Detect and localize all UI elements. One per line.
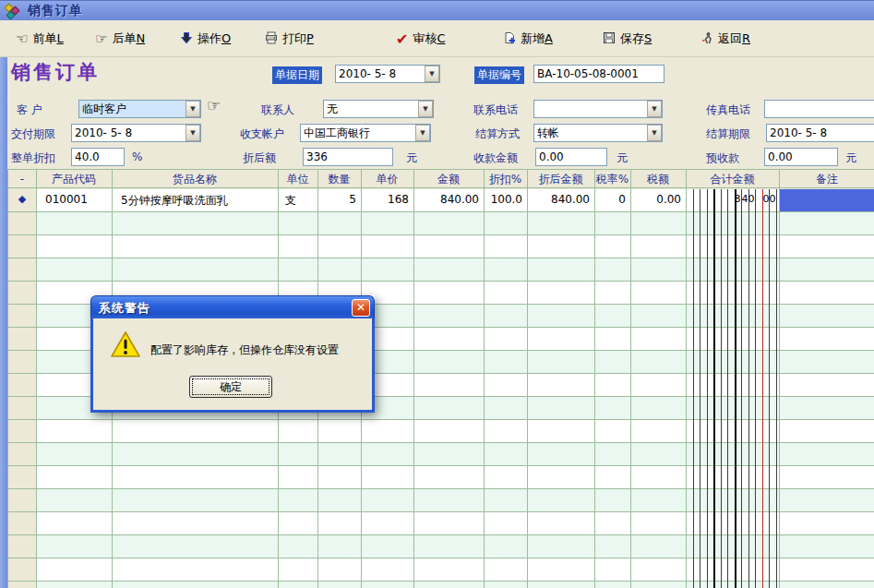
check-icon: ✔ bbox=[396, 30, 408, 48]
close-icon[interactable]: ✕ bbox=[352, 299, 370, 317]
system-warning-dialog: 系统警告 ✕ 配置了影响库存，但操作仓库没有设置 确定 bbox=[90, 295, 375, 413]
discounted-amount-input[interactable] bbox=[303, 148, 393, 166]
cell-qty[interactable]: 5 bbox=[317, 193, 356, 206]
window-left-border bbox=[0, 57, 7, 588]
discount-input[interactable] bbox=[71, 148, 125, 166]
down-arrow-icon bbox=[180, 31, 193, 47]
col-header-code: 产品代码 bbox=[36, 170, 112, 187]
chevron-down-icon[interactable]: ▼ bbox=[647, 101, 662, 117]
print-button[interactable]: 打印P bbox=[260, 27, 318, 51]
cell-code[interactable]: 010001 bbox=[45, 193, 88, 206]
settle-method-select[interactable]: 转帐 ▼ bbox=[533, 124, 663, 142]
hand-left-icon: ☜ bbox=[16, 32, 28, 45]
col-header-remark: 备注 bbox=[779, 170, 874, 187]
prepaid-label: 预收款 bbox=[706, 150, 739, 166]
discounted-amount-label: 折后额 bbox=[243, 150, 276, 166]
cell-tax[interactable]: 0.00 bbox=[630, 193, 681, 206]
grid-line bbox=[769, 189, 770, 588]
grid-marker-column bbox=[8, 189, 36, 588]
settle-date-input[interactable] bbox=[766, 124, 874, 142]
col-header-discount: 折扣% bbox=[484, 170, 527, 187]
cell-amount[interactable]: 840.00 bbox=[413, 193, 479, 206]
col-header-name: 货品名称 bbox=[112, 170, 278, 187]
grid-line bbox=[484, 170, 485, 588]
return-icon bbox=[700, 31, 713, 47]
ledger-digit: 0 bbox=[769, 193, 776, 205]
settle-method-label: 结算方式 bbox=[475, 126, 520, 142]
save-icon bbox=[603, 31, 616, 47]
chevron-down-icon[interactable]: ▼ bbox=[186, 101, 200, 117]
fax-label: 传真电话 bbox=[706, 102, 750, 118]
ok-button[interactable]: 确定 bbox=[189, 376, 272, 398]
settle-date-label: 结算期限 bbox=[706, 126, 750, 142]
dialog-title: 系统警告 bbox=[99, 300, 150, 317]
chevron-down-icon[interactable]: ▼ bbox=[425, 66, 439, 82]
new-button[interactable]: 新增A bbox=[498, 27, 557, 51]
prev-doc-button[interactable]: ☜ 前单L bbox=[11, 27, 68, 51]
delivery-date-select[interactable]: 2010- 5- 8 ▼ bbox=[71, 124, 201, 142]
grid-line bbox=[735, 189, 736, 588]
chevron-down-icon[interactable]: ▼ bbox=[418, 101, 433, 117]
prepaid-input[interactable] bbox=[764, 148, 838, 166]
hand-pointer-icon[interactable]: ☞ bbox=[207, 96, 221, 114]
grid-line bbox=[748, 189, 749, 588]
grid-line bbox=[700, 189, 700, 588]
grid-line bbox=[779, 170, 780, 588]
dialog-titlebar[interactable]: 系统警告 ✕ bbox=[90, 295, 375, 318]
doc-no-input[interactable] bbox=[533, 65, 664, 83]
cell-discount-pct[interactable]: 100.0 bbox=[484, 193, 522, 206]
received-input[interactable] bbox=[535, 148, 607, 166]
grid-line bbox=[713, 189, 715, 588]
grid-line bbox=[755, 189, 756, 588]
grid-line bbox=[686, 170, 687, 588]
grid-line bbox=[762, 189, 763, 588]
contact-phone-select[interactable]: ▼ bbox=[533, 100, 663, 118]
delivery-date-label: 交付期限 bbox=[11, 126, 55, 142]
new-doc-icon bbox=[503, 31, 516, 47]
col-header-taxrate: 税率% bbox=[594, 170, 630, 187]
col-header-discounted: 折后金额 bbox=[527, 170, 594, 187]
col-header-tax: 税额 bbox=[630, 170, 686, 187]
contact-phone-label: 联系电话 bbox=[473, 102, 518, 118]
account-select[interactable]: 中国工商银行 ▼ bbox=[300, 124, 431, 142]
chevron-down-icon[interactable]: ▼ bbox=[647, 125, 662, 141]
discount-unit: % bbox=[132, 150, 142, 163]
contact-select[interactable]: 无 ▼ bbox=[323, 100, 434, 118]
grid-line bbox=[707, 189, 708, 588]
grid-header-row: - 产品代码 货品名称 单位 数量 单价 金额 折扣% 折后金额 税率% 税额 … bbox=[8, 170, 874, 188]
chevron-down-icon[interactable]: ▼ bbox=[186, 125, 200, 141]
grid-line bbox=[413, 170, 414, 588]
hand-right-icon: ☞ bbox=[95, 32, 107, 45]
grid-line bbox=[36, 170, 37, 588]
cell-tax-rate[interactable]: 0 bbox=[594, 193, 626, 206]
ledger-digit: 8 bbox=[734, 193, 741, 205]
col-header-amount: 金额 bbox=[413, 170, 484, 187]
discounted-amount-unit: 元 bbox=[406, 150, 417, 166]
grid-line bbox=[527, 170, 528, 588]
window-title: 销售订单 bbox=[28, 3, 83, 19]
cell-name[interactable]: 5分钟按摩呼吸洗面乳 bbox=[121, 193, 228, 209]
col-header-unit: 单位 bbox=[278, 170, 317, 187]
grid-line bbox=[594, 170, 595, 588]
toolbar: ☜ 前单L ☞ 后单N 操作O 打印P ✔ 审核C 新增A 保存S 返 bbox=[0, 20, 874, 57]
cell-unit[interactable]: 支 bbox=[285, 193, 296, 209]
customer-select[interactable]: 临时客户 ▼ bbox=[78, 100, 201, 118]
contact-label: 联系人 bbox=[261, 102, 294, 118]
selected-remark-cell[interactable] bbox=[780, 189, 874, 211]
operate-button[interactable]: 操作O bbox=[175, 27, 235, 51]
cell-discounted[interactable]: 840.00 bbox=[527, 193, 590, 206]
doc-date-label: 单据日期 bbox=[272, 66, 322, 84]
grid-line bbox=[727, 189, 728, 588]
audit-button[interactable]: ✔ 审核C bbox=[391, 27, 449, 51]
window-titlebar[interactable]: 销售订单 bbox=[0, 0, 874, 20]
save-button[interactable]: 保存S bbox=[598, 27, 656, 51]
grid-line bbox=[776, 189, 777, 588]
next-doc-button[interactable]: ☞ 后单N bbox=[90, 27, 150, 51]
chevron-down-icon[interactable]: ▼ bbox=[415, 125, 430, 141]
return-button[interactable]: 返回R bbox=[696, 27, 755, 51]
fax-input[interactable] bbox=[764, 100, 874, 118]
grid-line bbox=[630, 170, 631, 588]
doc-date-select[interactable]: 2010- 5- 8 ▼ bbox=[335, 65, 440, 83]
cell-price[interactable]: 168 bbox=[361, 193, 409, 206]
col-header-total: 合计金额 bbox=[686, 170, 779, 187]
